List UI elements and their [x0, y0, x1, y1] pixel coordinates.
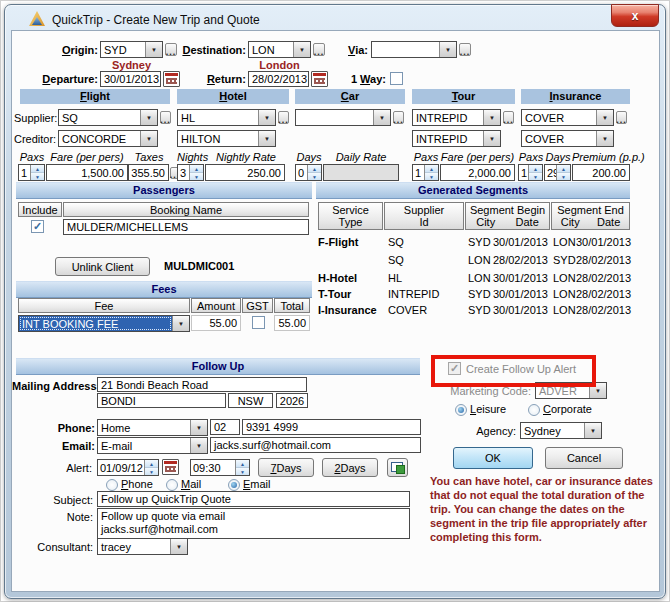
alert-date-spinner[interactable]: 01/09/12 ▲▼	[97, 459, 159, 476]
fee-amount-field[interactable]: 55.00	[191, 315, 241, 331]
chevron-down-icon[interactable]: ▼	[190, 438, 207, 453]
two-days-button[interactable]: 2 Days	[322, 458, 378, 477]
return-calendar-icon[interactable]	[311, 71, 328, 87]
leisure-radio[interactable]	[455, 404, 467, 416]
chevron-down-icon[interactable]: ▼	[190, 420, 207, 435]
arrow-down-icon[interactable]: ▼	[425, 173, 438, 180]
one-way-checkbox[interactable]	[390, 72, 403, 85]
hotel-supplier-browse-button[interactable]: ...	[278, 111, 289, 124]
contact-email-radio[interactable]	[228, 479, 240, 491]
tour-paxs-spinner[interactable]: 1 ▲▼	[412, 164, 439, 181]
hotel-rate-field[interactable]: 250.00	[205, 164, 285, 181]
arrow-up-icon[interactable]: ▲	[529, 165, 542, 173]
chevron-down-icon[interactable]: ▼	[373, 110, 390, 125]
close-button[interactable]: x	[611, 4, 659, 27]
fee-gst-checkbox[interactable]	[252, 316, 265, 329]
passenger-include-checkbox[interactable]: ✓	[31, 220, 44, 233]
contact-phone-radio[interactable]	[106, 479, 118, 491]
arrow-down-icon[interactable]: ▼	[529, 173, 542, 180]
spinner-arrows[interactable]: ▲▼	[144, 460, 158, 475]
flight-supplier-combo[interactable]: SQ▼	[58, 109, 158, 126]
phone-number-field[interactable]: 9391 4999	[242, 419, 421, 435]
cancel-button[interactable]: Cancel	[545, 447, 623, 469]
arrow-up-icon[interactable]: ▲	[557, 165, 570, 173]
address-city-field[interactable]: BONDI	[97, 393, 226, 408]
chevron-down-icon[interactable]: ▼	[584, 423, 601, 438]
departure-field[interactable]: 30/01/2013	[100, 71, 161, 87]
spinner-arrows[interactable]: ▲▼	[235, 460, 249, 475]
consultant-combo[interactable]: tracey▼	[97, 538, 188, 555]
phone-type-combo[interactable]: Home▼	[97, 419, 208, 436]
insurance-days-spinner[interactable]: 29 ▲▼	[544, 164, 571, 181]
unlink-client-button[interactable]: Unlink Client	[55, 257, 150, 276]
tour-fare-field[interactable]: 2,000.00	[440, 164, 515, 181]
spinner-arrows[interactable]: ▲▼	[424, 165, 438, 180]
fee-combo[interactable]: INT BOOKING FEE▼	[18, 315, 190, 332]
car-supplier-browse-button[interactable]: ...	[393, 111, 404, 124]
address-state-field[interactable]: NSW	[228, 393, 273, 408]
hotel-supplier-combo[interactable]: HL▼	[177, 109, 276, 126]
alert-calendar-icon[interactable]	[162, 459, 179, 475]
spinner-arrows[interactable]: ▲▼	[556, 165, 570, 180]
car-days-spinner[interactable]: 0 ▲▼	[295, 164, 322, 181]
hotel-nights-spinner[interactable]: 3 ▲▼	[177, 164, 204, 181]
tour-supplier-combo[interactable]: INTREPID▼	[412, 109, 501, 126]
insurance-supplier-combo[interactable]: COVER▼	[521, 109, 614, 126]
seven-days-button[interactable]: 7 Days	[258, 458, 314, 477]
arrow-up-icon[interactable]: ▲	[31, 165, 44, 173]
car-supplier-combo[interactable]: ▼	[295, 109, 391, 126]
email-address-field[interactable]: jacks.surf@hotmail.com	[210, 437, 421, 453]
chevron-down-icon[interactable]: ▼	[258, 131, 275, 146]
subject-field[interactable]: Follow up QuickTrip Quote	[97, 491, 410, 507]
arrow-down-icon[interactable]: ▼	[236, 468, 249, 475]
address-postcode-field[interactable]: 2026	[276, 393, 308, 408]
insurance-creditor-combo[interactable]: COVER▼	[521, 130, 614, 147]
chevron-down-icon[interactable]: ▼	[172, 316, 189, 331]
via-combo[interactable]: ▼	[371, 41, 457, 58]
chevron-down-icon[interactable]: ▼	[140, 110, 157, 125]
return-field[interactable]: 28/02/2013	[248, 71, 309, 87]
address-line1-field[interactable]: 21 Bondi Beach Road	[97, 377, 307, 392]
arrow-down-icon[interactable]: ▼	[557, 173, 570, 180]
chevron-down-icon[interactable]: ▼	[140, 131, 157, 146]
chevron-down-icon[interactable]: ▼	[170, 539, 187, 554]
chevron-down-icon[interactable]: ▼	[439, 42, 456, 57]
flight-supplier-browse-button[interactable]: ...	[160, 111, 171, 124]
arrow-up-icon[interactable]: ▲	[236, 460, 249, 468]
chevron-down-icon[interactable]: ▼	[258, 110, 275, 125]
phone-area-field[interactable]: 02	[210, 419, 240, 435]
alert-time-spinner[interactable]: 09:30 ▲▼	[190, 459, 250, 476]
arrow-up-icon[interactable]: ▲	[425, 165, 438, 173]
arrow-up-icon[interactable]: ▲	[190, 165, 203, 173]
email-type-combo[interactable]: E-mail▼	[97, 437, 208, 454]
arrow-down-icon[interactable]: ▼	[190, 173, 203, 180]
spinner-arrows[interactable]: ▲▼	[30, 165, 44, 180]
origin-browse-button[interactable]: ...	[165, 43, 177, 56]
destination-combo[interactable]: LON▼	[248, 41, 311, 58]
passenger-name-field[interactable]: MULDER/MICHELLEMS	[63, 219, 309, 235]
contact-mail-radio[interactable]	[166, 479, 178, 491]
schedule-calendar-icon[interactable]	[387, 458, 408, 477]
arrow-down-icon[interactable]: ▼	[308, 173, 321, 180]
arrow-up-icon[interactable]: ▲	[145, 460, 158, 468]
spinner-arrows[interactable]: ▲▼	[307, 165, 321, 180]
flight-creditor-combo[interactable]: CONCORDE▼	[58, 130, 158, 147]
insurance-supplier-browse-button[interactable]: ...	[616, 111, 627, 124]
agency-combo[interactable]: Sydney▼	[520, 422, 602, 439]
chevron-down-icon[interactable]: ▼	[483, 110, 500, 125]
via-browse-button[interactable]: ...	[459, 43, 471, 56]
departure-calendar-icon[interactable]	[163, 71, 180, 87]
flight-paxs-spinner[interactable]: 1 ▲▼	[18, 164, 45, 181]
spinner-arrows[interactable]: ▲▼	[528, 165, 542, 180]
hotel-creditor-combo[interactable]: HILTON▼	[177, 130, 276, 147]
origin-combo[interactable]: SYD▼	[100, 41, 163, 58]
tour-creditor-combo[interactable]: INTREPID▼	[412, 130, 501, 147]
flight-fare-field[interactable]: 1,500.00	[46, 164, 128, 181]
arrow-down-icon[interactable]: ▼	[31, 173, 44, 180]
note-field[interactable]: Follow up quote via email jacks.surf@hot…	[97, 508, 410, 539]
arrow-down-icon[interactable]: ▼	[145, 468, 158, 475]
arrow-up-icon[interactable]: ▲	[308, 165, 321, 173]
chevron-down-icon[interactable]: ▼	[596, 110, 613, 125]
tour-supplier-browse-button[interactable]: ...	[503, 111, 514, 124]
insurance-premium-field[interactable]: 200.00	[572, 164, 630, 181]
